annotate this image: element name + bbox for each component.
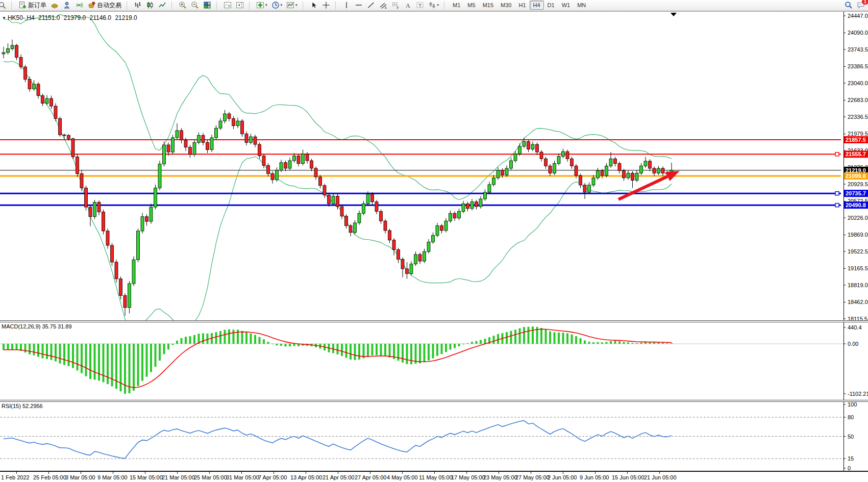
toolbar-button-horizontal-line[interactable] xyxy=(353,0,365,10)
time-label: 27 Apr 05:00 xyxy=(355,474,386,480)
timeframe-button-m1[interactable]: M1 xyxy=(449,1,464,10)
dropdown-caret-icon[interactable]: ▾ xyxy=(295,3,297,7)
toolbar-button-fibonacci[interactable]: F xyxy=(389,0,402,10)
toolbar-button-crosshair[interactable] xyxy=(320,0,332,10)
time-label: 21 Jun 05:00 xyxy=(644,474,677,480)
price-tick-label: 23040.0 xyxy=(848,80,868,86)
toolbar-button-chart-shift[interactable] xyxy=(234,0,246,10)
rsi-canvas: 1008050150 xyxy=(0,402,868,471)
macd-label: MACD(12,26,9) 35.75 31.89 xyxy=(2,323,72,329)
time-tick xyxy=(659,472,660,474)
mt4-window: 新订单自动交易▾▾▾EFAT▾M1M5M15M30H1H4D1W1MN1 ▼HK… xyxy=(0,0,868,482)
svg-text:F: F xyxy=(396,6,399,10)
line-handle-20490.8[interactable] xyxy=(835,204,839,207)
toolbar-button-text-label[interactable]: T xyxy=(414,0,426,10)
toolbar-button-bar-chart[interactable] xyxy=(132,0,144,10)
time-tick xyxy=(563,472,563,474)
toolbar-button-arrows[interactable]: ▾ xyxy=(426,0,441,10)
time-label: 9 Mar 05:00 xyxy=(97,474,128,480)
toolbar-separator xyxy=(127,2,130,9)
toolbar-button-vertical-line[interactable] xyxy=(340,0,353,10)
time-tick xyxy=(177,472,178,474)
toolbar-button-line-chart[interactable] xyxy=(156,0,168,10)
time-tick xyxy=(145,472,145,474)
toolbar-button-navigator[interactable] xyxy=(61,0,73,10)
toolbar-button-symbol-search[interactable] xyxy=(0,0,8,10)
time-label: 11 May 05:00 xyxy=(419,474,453,480)
dropdown-caret-icon[interactable]: ▾ xyxy=(437,3,439,7)
navigator-icon xyxy=(63,1,71,9)
toolbar-separator xyxy=(249,2,252,9)
toolbar-button-candle-chart[interactable] xyxy=(144,0,156,10)
macd-values: 35.75 31.89 xyxy=(42,323,71,329)
time-label: 25 Feb 05:00 xyxy=(33,474,66,480)
toolbar-button-templates[interactable]: ▾ xyxy=(284,0,300,10)
toolbar-button-new-order[interactable]: 新订单 xyxy=(16,0,48,10)
timeframe-button-mn[interactable]: MN xyxy=(574,1,589,10)
toolbar-button-periods[interactable]: ▾ xyxy=(269,0,285,10)
toolbar-button-indicators[interactable]: ▾ xyxy=(254,0,269,10)
indicators-icon xyxy=(256,1,264,9)
time-label: 31 Mar 05:00 xyxy=(226,474,259,480)
timeframe-button-h1[interactable]: H1 xyxy=(515,1,529,10)
arrows-icon xyxy=(428,1,436,9)
toolbar-button-zoom-out[interactable] xyxy=(189,0,201,10)
time-tick xyxy=(209,472,210,474)
macd-axis-label: 0.00 xyxy=(848,341,858,347)
one-click-trading-arrow[interactable]: ▼ xyxy=(2,16,6,20)
toolbar-button-trendline[interactable] xyxy=(365,0,377,10)
toolbar-button-cursor[interactable] xyxy=(308,0,320,10)
vertical-line-icon xyxy=(342,1,351,9)
price-tick-label: 19522.5 xyxy=(848,248,868,255)
zoom-out-icon xyxy=(191,1,199,9)
time-label: 15 Mar 05:00 xyxy=(130,474,163,480)
line-handle-20735.7[interactable] xyxy=(835,192,839,195)
main-chart-pane[interactable]: ▼HK50-,H4 21151.0 21379.0 21146.0 21219.… xyxy=(0,11,868,320)
toolbar-button-chat[interactable]: 1 xyxy=(855,0,867,10)
timeframe-button-m5[interactable]: M5 xyxy=(464,1,479,10)
price-chart-canvas[interactable]: 24447.024090.023743.523386.523040.022683… xyxy=(0,12,868,320)
text-icon: A xyxy=(404,1,412,9)
trend-arrow-line[interactable] xyxy=(618,176,667,199)
chart-end-marker-icon xyxy=(671,13,677,16)
timeframe-button-d1[interactable]: D1 xyxy=(544,1,558,10)
toolbar-button-autotrading[interactable]: 自动交易 xyxy=(85,0,123,10)
toolbar-button-auto-scroll[interactable] xyxy=(221,0,234,10)
macd-pane[interactable]: MACD(12,26,9) 35.75 31.89 440.40.00-1102… xyxy=(0,322,868,400)
toolbar-button-zoom-in[interactable] xyxy=(177,0,189,10)
toolbar-button-text[interactable]: A xyxy=(402,0,414,10)
signals-icon xyxy=(75,1,83,9)
toolbar-button-equidistant-channel[interactable]: E xyxy=(377,0,389,10)
price-tick-label: 22683.0 xyxy=(848,97,868,103)
timeframe-button-w1[interactable]: W1 xyxy=(558,1,574,10)
toolbar-button-tile-windows[interactable] xyxy=(201,0,213,10)
price-tick-label: 18819.0 xyxy=(848,282,868,288)
toolbar-button-signals[interactable] xyxy=(73,0,85,10)
chart-title: ▼HK50-,H4 21151.0 21379.0 21146.0 21219.… xyxy=(2,14,139,21)
time-axis[interactable]: 1 Feb 202225 Feb 05:003 Mar 05:009 Mar 0… xyxy=(0,471,868,482)
new-order-icon xyxy=(18,1,27,9)
time-tick xyxy=(81,472,81,474)
time-label: 2 Jun 05:00 xyxy=(548,474,577,480)
time-tick xyxy=(499,472,499,474)
timeframe-button-h4[interactable]: H4 xyxy=(530,1,544,10)
notification-badge: 1 xyxy=(861,0,868,5)
line-handle-21555.7[interactable] xyxy=(835,153,839,156)
time-tick xyxy=(370,472,370,474)
dropdown-caret-icon[interactable]: ▾ xyxy=(265,3,267,7)
timeframe-button-m30[interactable]: M30 xyxy=(497,1,515,10)
price-tick-label: 24090.0 xyxy=(848,30,868,36)
toolbar-button-market-watch[interactable] xyxy=(48,0,61,10)
macd-axis-label: -1102.21 xyxy=(848,391,868,397)
rsi-pane[interactable]: RSI(15) 52.2956 1008050150 xyxy=(0,402,868,471)
timeframe-button-m15[interactable]: M15 xyxy=(479,1,497,10)
toolbar-button-search[interactable] xyxy=(842,0,855,10)
time-tick xyxy=(16,472,17,474)
svg-text:T: T xyxy=(418,3,421,8)
ohlc-close: 21219.0 xyxy=(115,14,137,21)
dropdown-caret-icon[interactable]: ▾ xyxy=(281,3,283,7)
toolbar: 新订单自动交易▾▾▾EFAT▾M1M5M15M30H1H4D1W1MN1 xyxy=(0,0,868,11)
line-chart-icon xyxy=(158,1,166,9)
rsi-label: RSI(15) 52.2956 xyxy=(2,403,43,409)
svg-text:A: A xyxy=(406,2,410,9)
